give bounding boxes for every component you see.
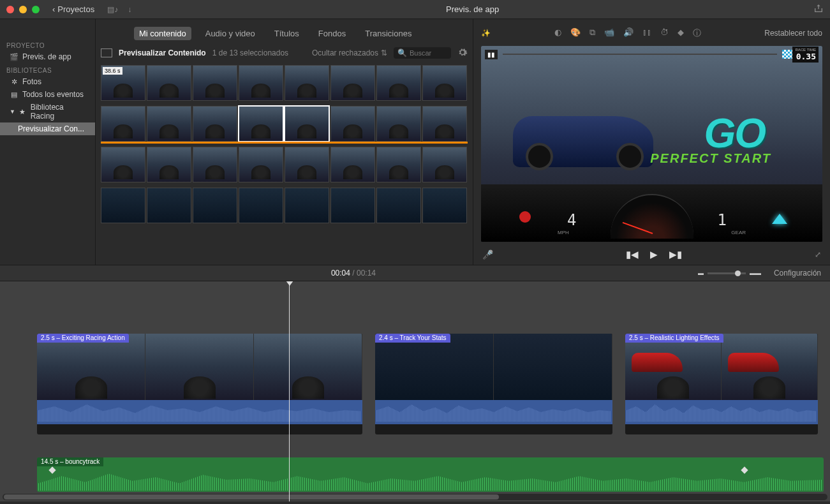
clip-thumbnail[interactable]	[376, 147, 421, 182]
sidebar-item-photos[interactable]: ✲ Fotos	[0, 75, 95, 88]
filter-dropdown[interactable]: Ocultar rechazados ⇅	[312, 48, 387, 57]
titlebar: ‹ Proyectos ▤♪ ↓ Previs. de app	[0, 0, 830, 19]
photos-icon: ✲	[10, 77, 19, 86]
clip-thumbnail[interactable]	[193, 147, 237, 182]
sidebar-item-project[interactable]: 🎬 Previs. de app	[0, 50, 95, 63]
sidebar-item-all-events[interactable]: ▤ Todos los eventos	[0, 88, 95, 101]
clip-thumbnail[interactable]	[376, 106, 421, 142]
clip-thumbnail[interactable]	[422, 147, 467, 182]
clip-thumbnail[interactable]	[193, 188, 237, 223]
clip-thumbnail[interactable]	[330, 106, 375, 142]
clip-thumbnail[interactable]	[422, 188, 467, 223]
chevron-left-icon: ‹	[52, 4, 55, 14]
speed-icon[interactable]: ⏱	[660, 27, 669, 39]
tab-audio-video[interactable]: Audio y video	[200, 27, 260, 40]
enhance-wand-icon[interactable]: ✨	[481, 29, 491, 38]
clip-thumbnail[interactable]	[239, 188, 283, 223]
thumbnail-grid[interactable]: 38.6 s	[96, 63, 473, 265]
preview-viewer[interactable]: ▮▮ RACE TIME 0.35 GO PERFECT START 4 MPH	[481, 46, 822, 242]
game-pause-icon: ▮▮	[485, 50, 498, 59]
clip-thumbnail[interactable]	[147, 147, 191, 182]
go-text: GO	[704, 110, 765, 157]
clip-audio-waveform[interactable]	[37, 400, 362, 424]
timeline-settings-button[interactable]: Configuración	[774, 269, 821, 278]
clip-thumbnail[interactable]	[239, 65, 283, 101]
clip-thumbnail[interactable]	[101, 188, 145, 223]
voiceover-mic-icon[interactable]: 🎤	[482, 249, 493, 260]
next-button[interactable]: ▶▮	[669, 249, 682, 260]
clip-thumbnail[interactable]	[193, 65, 237, 101]
clip-audio-waveform[interactable]	[625, 400, 818, 424]
maximize-button[interactable]	[32, 6, 40, 13]
clip-audio-waveform[interactable]	[375, 400, 612, 424]
clip-thumbnail[interactable]	[376, 188, 421, 223]
race-time-value: 0.35	[795, 52, 816, 61]
clip-thumbnail[interactable]	[330, 147, 375, 182]
zoom-slider[interactable]: ▬ ▬▬	[698, 270, 761, 276]
horizontal-scrollbar[interactable]	[3, 494, 827, 500]
duration-badge: 38.6 s	[103, 67, 122, 75]
sidebar-item-racing-library[interactable]: ▼ ★ Biblioteca Racing	[0, 101, 95, 122]
clip-thumbnail[interactable]	[193, 106, 237, 142]
tab-my-content[interactable]: Mi contenido	[134, 27, 191, 40]
clip-thumbnail-selected[interactable]	[285, 106, 329, 142]
clip-thumbnail[interactable]	[239, 147, 283, 182]
clip-thumbnail[interactable]	[330, 65, 375, 101]
clip-thumbnail[interactable]	[101, 147, 145, 182]
clip-frame	[254, 334, 362, 400]
tab-titles[interactable]: Títulos	[269, 27, 304, 40]
browser-tabs: Mi contenido Audio y video Títulos Fondo…	[96, 23, 473, 43]
crop-icon[interactable]: ⧉	[589, 27, 595, 39]
sidebar: PROYECTO 🎬 Previs. de app BIBLIOTECAS ✲ …	[0, 19, 96, 265]
close-button[interactable]	[6, 6, 14, 13]
clip-thumbnail[interactable]	[376, 65, 421, 101]
volume-icon[interactable]: 🔊	[623, 27, 634, 39]
background-audio-track[interactable]: 14.5 s – bouncytrack	[37, 457, 824, 492]
color-correction-icon[interactable]: 🎨	[570, 27, 581, 39]
search-box[interactable]: 🔍	[394, 47, 451, 59]
timeline-clip[interactable]: 2.5 s – Realistic Lighting Effects	[625, 334, 818, 434]
info-icon[interactable]: ⓘ	[693, 27, 701, 39]
browser-bar: Previsualizar Contenido 1 de 13 seleccio…	[96, 43, 473, 63]
fullscreen-icon[interactable]: ⤢	[815, 250, 821, 259]
clip-thumbnail[interactable]: 38.6 s	[101, 65, 145, 101]
timeline-clip[interactable]: 2.5 s – Exciting Racing Action	[37, 334, 362, 434]
shift-arrow-icon	[772, 214, 787, 224]
window-controls	[6, 6, 40, 13]
search-input[interactable]	[410, 49, 448, 57]
play-button[interactable]: ▶	[650, 249, 658, 260]
clip-thumbnail[interactable]	[147, 65, 191, 101]
reset-all-button[interactable]: Restablecer todo	[764, 29, 822, 38]
noise-reduction-icon[interactable]: ⫿⫿	[642, 27, 651, 39]
clip-thumbnail[interactable]	[147, 106, 191, 142]
prev-button[interactable]: ▮◀	[626, 249, 639, 260]
clip-thumbnail[interactable]	[285, 65, 329, 101]
sidebar-preview-label: Previsualizar Con...	[18, 124, 84, 133]
minimize-button[interactable]	[19, 6, 27, 13]
disclosure-triangle-icon[interactable]: ▼	[10, 108, 15, 115]
clip-thumbnail[interactable]	[147, 188, 191, 223]
color-balance-icon[interactable]: ◐	[554, 27, 561, 39]
warning-icon	[519, 211, 531, 223]
timeline-clip[interactable]: 2.4 s – Track Your Stats	[375, 334, 612, 434]
share-button[interactable]	[813, 3, 824, 15]
tab-backgrounds[interactable]: Fondos	[313, 27, 351, 40]
clip-thumbnail[interactable]	[285, 147, 329, 182]
clip-thumbnail[interactable]	[330, 188, 375, 223]
clip-thumbnail[interactable]	[422, 106, 467, 142]
back-to-projects-button[interactable]: ‹ Proyectos	[52, 4, 94, 14]
library-list-icon[interactable]: ▤♪	[107, 5, 118, 14]
clip-thumbnail-selected[interactable]	[239, 106, 283, 142]
layout-toggle-icon[interactable]	[101, 48, 112, 57]
clip-filter-icon[interactable]: ◆	[678, 27, 684, 39]
race-time-display: RACE TIME 0.35	[792, 47, 819, 63]
sidebar-item-preview-content[interactable]: Previsualizar Con...	[0, 122, 95, 135]
settings-gear-icon[interactable]	[457, 47, 468, 59]
timeline[interactable]: 2.5 s – Exciting Racing Action 2.4 s – T…	[0, 281, 830, 501]
clip-thumbnail[interactable]	[285, 188, 329, 223]
stabilize-icon[interactable]: 📹	[604, 27, 614, 39]
clip-thumbnail[interactable]	[101, 106, 145, 142]
tab-transitions[interactable]: Transiciones	[360, 27, 417, 40]
playhead[interactable]	[289, 281, 290, 501]
clip-thumbnail[interactable]	[422, 65, 467, 101]
